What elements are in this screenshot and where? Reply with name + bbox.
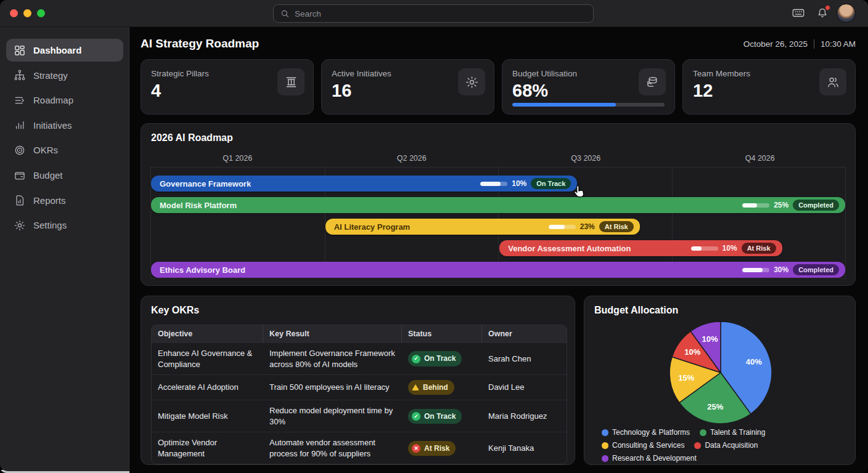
gantt-bar[interactable]: Vendor Assessment Automation10%At Risk: [499, 240, 782, 256]
check-circle-icon: ✓: [412, 355, 420, 363]
budget-card: Budget Allocation 40%25%15%10%10% Techno…: [584, 296, 856, 465]
gantt-bar-meta: 10%At Risk: [691, 243, 776, 254]
gantt-percent: 10%: [512, 179, 526, 188]
stat-label: Budget Utilisation: [512, 69, 577, 78]
gantt-percent: 30%: [774, 265, 788, 274]
okr-objective-cell: Mitigate Model Risk: [152, 400, 263, 432]
stat-value: 4: [151, 81, 161, 101]
mini-progress-fill: [742, 203, 757, 208]
sidebar-item-label: Reports: [33, 195, 66, 206]
gantt-grid: Governance Framework10%On TrackModel Ris…: [150, 167, 846, 279]
sidebar-item-okrs[interactable]: OKRs: [6, 139, 123, 161]
okr-key-result-cell: Implement Governance Framework across 80…: [263, 342, 402, 374]
dashboard-icon: [14, 44, 26, 57]
gantt-bar-label: Governance Framework: [160, 179, 251, 188]
status-pill-label: Behind: [423, 382, 448, 392]
gantt-bar[interactable]: Model Risk Platform25%Completed: [151, 197, 845, 213]
avatar[interactable]: [837, 4, 856, 23]
coins-icon: [639, 68, 666, 95]
sidebar-item-dashboard[interactable]: Dashboard: [6, 39, 123, 62]
roadmap-title: 2026 AI Roadmap: [151, 132, 233, 144]
gantt-bar-meta: 30%Completed: [742, 264, 839, 275]
keyboard-icon[interactable]: [790, 6, 807, 20]
gear-icon: [14, 219, 26, 232]
okr-objective-cell: Optimize Vendor Management: [152, 432, 263, 464]
okr-status-cell: ✓On Track: [402, 342, 482, 374]
bell-icon[interactable]: [816, 7, 829, 20]
legend-label: Talent & Training: [710, 428, 765, 437]
mini-progress-fill: [742, 268, 763, 272]
main-content: AI Strategy Roadmap October 26, 2025 10:…: [129, 27, 868, 473]
budget-pie-chart: 40%25%15%10%10%: [584, 318, 856, 427]
okr-status-cell: Behind: [402, 374, 482, 400]
users-icon: [819, 68, 846, 95]
stat-card-2: Active Initiatives16: [321, 59, 494, 115]
roadmap-icon: [14, 94, 26, 107]
sidebar-item-label: Initiatives: [33, 120, 72, 131]
quarter-label: Q1 2026: [150, 154, 325, 163]
notification-dot: [825, 5, 830, 10]
search-bar[interactable]: [273, 4, 594, 23]
okr-status-cell: ✓On Track: [402, 400, 482, 432]
pie-slice-label: 40%: [746, 357, 762, 366]
okrs-title: Key OKRs: [151, 305, 199, 316]
zoom-window-button[interactable]: [37, 9, 45, 17]
search-icon: [280, 9, 290, 18]
okrs-table: ObjectiveKey ResultStatusOwnerEnhance AI…: [151, 325, 567, 464]
legend-label: Consulting & Services: [612, 441, 684, 450]
time-label: 10:30 AM: [821, 39, 856, 49]
gantt-bar-meta: 25%Completed: [742, 200, 839, 211]
mini-progress-track: [549, 225, 576, 229]
gantt-bar[interactable]: Ethics Advisory Board30%Completed: [151, 262, 845, 278]
gantt-percent: 23%: [580, 222, 595, 231]
okr-owner-cell: Sarah Chen: [482, 342, 567, 374]
sidebar-item-roadmap[interactable]: Roadmap: [6, 89, 123, 111]
mini-progress-track: [742, 203, 769, 208]
sidebar-item-label: Dashboard: [33, 45, 81, 55]
page-title: AI Strategy Roadmap: [141, 37, 259, 51]
status-badge: At Risk: [599, 221, 634, 232]
legend-dot: [602, 442, 608, 449]
sidebar-item-label: Settings: [33, 220, 67, 230]
warning-triangle-icon: [412, 384, 419, 390]
gantt-bar[interactable]: Governance Framework10%On Track: [151, 176, 577, 192]
mini-progress-fill: [549, 225, 565, 229]
gear-icon: [458, 68, 485, 95]
okr-key-result-cell: Automate vendor assessment process for 9…: [263, 432, 402, 464]
datetime-divider: [814, 39, 814, 49]
gantt-bar-label: AI Literacy Program: [334, 222, 411, 232]
okrs-column-header: Owner: [482, 325, 567, 342]
sidebar-item-reports[interactable]: Reports: [6, 189, 123, 212]
status-pill-behind: Behind: [408, 380, 454, 395]
okr-key-result-cell: Train 500 employees in AI literacy: [263, 374, 402, 400]
status-badge: At Risk: [742, 243, 776, 254]
gantt-bar-meta: 10%On Track: [480, 178, 571, 189]
sidebar-item-initiatives[interactable]: Initiatives: [6, 114, 123, 137]
mini-progress-fill: [480, 182, 501, 186]
sidebar-item-budget[interactable]: Budget: [6, 164, 123, 187]
minimize-window-button[interactable]: [23, 9, 31, 17]
status-badge: Completed: [793, 264, 839, 275]
roadmap-card: 2026 AI Roadmap Q1 2026Q2 2026Q3 2026Q4 …: [141, 123, 856, 286]
pie-slice-label: 10%: [702, 334, 718, 344]
sidebar-item-settings[interactable]: Settings: [6, 214, 123, 236]
close-window-button[interactable]: [10, 9, 18, 17]
pie-slice-label: 10%: [684, 347, 700, 357]
okrs-column-header: Objective: [152, 325, 263, 342]
okrs-table-row: Optimize Vendor ManagementAutomate vendo…: [152, 432, 567, 464]
legend-label: Data Acquisition: [705, 441, 758, 450]
gantt-bar[interactable]: AI Literacy Program23%At Risk: [326, 219, 640, 235]
pie-slice-label: 15%: [678, 373, 694, 382]
okr-owner-cell: David Lee: [482, 374, 567, 400]
search-input[interactable]: [295, 9, 587, 18]
report-icon: [14, 194, 26, 206]
sidebar-item-label: Roadmap: [33, 95, 73, 105]
sidebar-item-strategy[interactable]: Strategy: [6, 64, 123, 87]
stat-card-3: Budget Utilisation68%: [502, 59, 675, 115]
legend-dot: [602, 429, 608, 436]
sidebar-item-label: Budget: [33, 170, 63, 180]
gantt-percent: 10%: [723, 244, 737, 253]
mini-progress-fill: [691, 246, 702, 251]
okr-owner-cell: Kenji Tanaka: [482, 432, 567, 464]
pie-legend: Technology & PlatformsTalent & TrainingC…: [602, 428, 849, 463]
